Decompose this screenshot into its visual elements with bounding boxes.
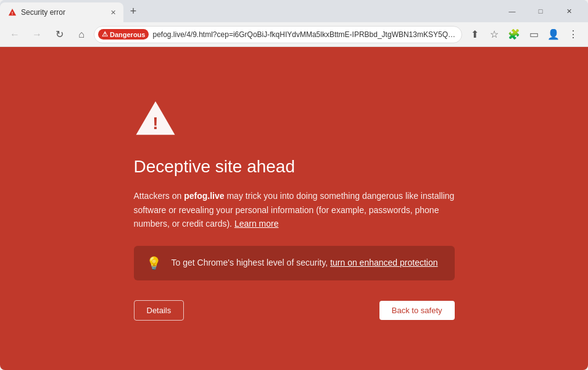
- back-to-safety-button[interactable]: Back to safety: [379, 301, 455, 320]
- minimize-icon: —: [509, 7, 516, 15]
- bookmark-button[interactable]: ☆: [484, 25, 504, 44]
- error-description: Attackers on pefog.live may trick you in…: [134, 189, 455, 230]
- split-button[interactable]: ▭: [524, 25, 544, 44]
- back-button[interactable]: ←: [5, 25, 25, 44]
- forward-icon: →: [32, 29, 42, 40]
- dangerous-badge[interactable]: ⚠ Dangerous: [98, 29, 149, 40]
- active-tab[interactable]: ! Security error ✕: [0, 2, 123, 22]
- svg-text:!: !: [12, 11, 13, 15]
- tab-close-button[interactable]: ✕: [107, 7, 118, 18]
- reload-button[interactable]: ↻: [49, 25, 69, 44]
- window-controls: — □ ✕: [493, 0, 588, 22]
- extensions-button[interactable]: 🧩: [504, 25, 524, 44]
- enhanced-protection-link[interactable]: turn on enhanced protection: [330, 258, 437, 267]
- warning-icon: ⚠: [102, 30, 108, 38]
- description-before: Attackers on: [134, 191, 184, 201]
- extensions-icon: 🧩: [508, 28, 520, 40]
- new-tab-button[interactable]: +: [125, 2, 142, 20]
- title-bar: ! Security error ✕ + — □ ✕: [0, 0, 588, 22]
- security-tip-text: To get Chrome's highest level of securit…: [172, 256, 438, 269]
- home-icon: ⌂: [78, 29, 85, 40]
- home-button[interactable]: ⌂: [72, 25, 91, 44]
- close-icon: ✕: [566, 7, 572, 15]
- error-title: Deceptive site ahead: [134, 157, 455, 177]
- error-actions: Details Back to safety: [134, 300, 455, 321]
- profile-button[interactable]: 👤: [544, 25, 563, 44]
- close-button[interactable]: ✕: [555, 1, 583, 21]
- dangerous-label: Dangerous: [110, 31, 145, 38]
- error-content: ! Deceptive site ahead Attackers on pefo…: [134, 96, 455, 320]
- maximize-button[interactable]: □: [526, 1, 555, 21]
- address-text: pefog.live/4/9.html?cep=i6GrQoBiJ-fkqHIY…: [152, 30, 457, 39]
- site-name: pefog.live: [184, 191, 224, 201]
- toolbar: ← → ↻ ⌂ ⚠ Dangerous pefog.live/4/9.html?…: [0, 22, 588, 47]
- lightbulb-icon: 💡: [146, 256, 162, 271]
- maximize-icon: □: [539, 7, 543, 15]
- profile-icon: 👤: [547, 28, 560, 40]
- tab-title: Security error: [21, 8, 104, 17]
- split-icon: ▭: [529, 28, 539, 40]
- learn-more-link[interactable]: Learn more: [234, 219, 279, 229]
- address-bar[interactable]: ⚠ Dangerous pefog.live/4/9.html?cep=i6Gr…: [94, 26, 462, 43]
- svg-text:!: !: [152, 114, 158, 133]
- menu-icon: ⋮: [568, 28, 578, 40]
- share-button[interactable]: ⬆: [465, 25, 484, 44]
- tab-favicon: !: [7, 7, 17, 17]
- tab-strip: ! Security error ✕ +: [0, 0, 493, 22]
- forward-button[interactable]: →: [27, 25, 47, 44]
- toolbar-actions: ⬆ ☆ 🧩 ▭ 👤 ⋮: [465, 25, 583, 44]
- security-tip-box: 💡 To get Chrome's highest level of secur…: [134, 246, 455, 280]
- back-icon: ←: [10, 29, 20, 40]
- error-page: ! Deceptive site ahead Attackers on pefo…: [0, 47, 588, 370]
- reload-icon: ↻: [56, 28, 64, 40]
- details-button[interactable]: Details: [134, 300, 184, 321]
- warning-triangle-icon: !: [134, 96, 177, 140]
- share-icon: ⬆: [471, 28, 479, 40]
- bookmark-icon: ☆: [490, 28, 499, 40]
- minimize-button[interactable]: —: [498, 1, 526, 21]
- menu-button[interactable]: ⋮: [563, 25, 583, 44]
